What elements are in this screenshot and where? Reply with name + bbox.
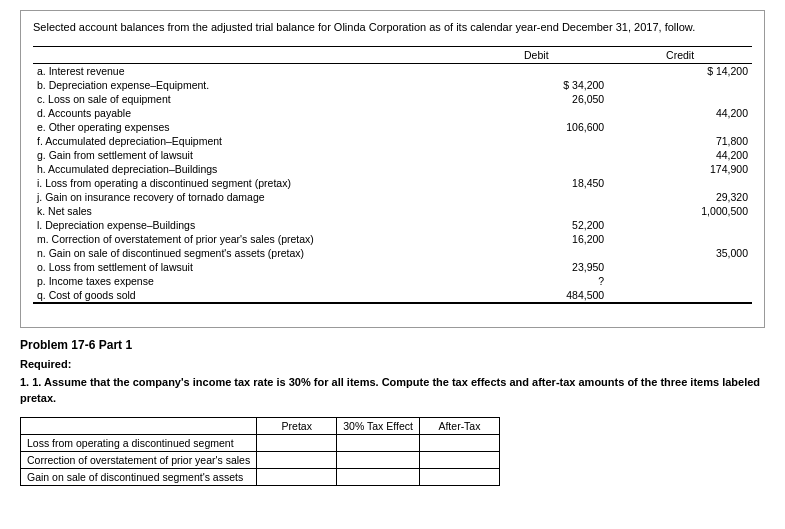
- pretax-table: Pretax 30% Tax Effect After-Tax Loss fro…: [20, 417, 500, 486]
- tax-effect-value[interactable]: [337, 434, 420, 451]
- row-credit: [608, 120, 752, 134]
- row-debit: 52,200: [464, 218, 608, 232]
- tax-effect-value[interactable]: [337, 468, 420, 485]
- row-debit: 484,500: [464, 288, 608, 303]
- row-debit: 16,200: [464, 232, 608, 246]
- pretax-label-header: [21, 417, 257, 434]
- row-debit: [464, 148, 608, 162]
- table-row: p. Income taxes expense?: [33, 274, 752, 288]
- table-row: h. Accumulated depreciation–Buildings174…: [33, 162, 752, 176]
- table-row: c. Loss on sale of equipment26,050: [33, 92, 752, 106]
- table-row: m. Correction of overstatement of prior …: [33, 232, 752, 246]
- label-col-header: [33, 46, 464, 63]
- row-credit: [608, 260, 752, 274]
- row-debit: 26,050: [464, 92, 608, 106]
- row-label: b. Depreciation expense–Equipment.: [33, 78, 464, 92]
- row-credit: 29,320: [608, 190, 752, 204]
- row-debit: [464, 63, 608, 78]
- pretax-row-label: Correction of overstatement of prior yea…: [21, 451, 257, 468]
- table-row: i. Loss from operating a discontinued se…: [33, 176, 752, 190]
- pretax-row-label: Gain on sale of discontinued segment's a…: [21, 468, 257, 485]
- row-debit: 18,450: [464, 176, 608, 190]
- row-credit: [608, 176, 752, 190]
- row-credit: [608, 92, 752, 106]
- row-label: l. Depreciation expense–Buildings: [33, 218, 464, 232]
- row-credit: $ 14,200: [608, 63, 752, 78]
- row-debit: 106,600: [464, 120, 608, 134]
- table-row: g. Gain from settlement of lawsuit44,200: [33, 148, 752, 162]
- row-label: n. Gain on sale of discontinued segment'…: [33, 246, 464, 260]
- table-header-row: Debit Credit: [33, 46, 752, 63]
- after-tax-value[interactable]: [419, 468, 499, 485]
- row-label: i. Loss from operating a discontinued se…: [33, 176, 464, 190]
- row-label: f. Accumulated depreciation–Equipment: [33, 134, 464, 148]
- row-debit: [464, 162, 608, 176]
- row-label: p. Income taxes expense: [33, 274, 464, 288]
- table-row: k. Net sales1,000,500: [33, 204, 752, 218]
- row-credit: [608, 274, 752, 288]
- after-tax-col-header: After-Tax: [419, 417, 499, 434]
- row-label: m. Correction of overstatement of prior …: [33, 232, 464, 246]
- row-label: e. Other operating expenses: [33, 120, 464, 134]
- row-label: q. Cost of goods sold: [33, 288, 464, 303]
- pretax-value[interactable]: [257, 468, 337, 485]
- row-label: g. Gain from settlement of lawsuit: [33, 148, 464, 162]
- row-debit: $ 34,200: [464, 78, 608, 92]
- required-body: 1. Assume that the company's income tax …: [20, 376, 760, 405]
- table-row: j. Gain on insurance recovery of tornado…: [33, 190, 752, 204]
- row-credit: [608, 218, 752, 232]
- pretax-row: Gain on sale of discontinued segment's a…: [21, 468, 500, 485]
- table-row: l. Depreciation expense–Buildings52,200: [33, 218, 752, 232]
- after-tax-value[interactable]: [419, 451, 499, 468]
- table-row: a. Interest revenue$ 14,200: [33, 63, 752, 78]
- row-credit: 44,200: [608, 148, 752, 162]
- credit-col-header: Credit: [608, 46, 752, 63]
- row-label: d. Accounts payable: [33, 106, 464, 120]
- pretax-value[interactable]: [257, 434, 337, 451]
- row-debit: 23,950: [464, 260, 608, 274]
- required-number: 1.: [20, 376, 32, 388]
- tax-effect-col-header: 30% Tax Effect: [337, 417, 420, 434]
- table-row: e. Other operating expenses106,600: [33, 120, 752, 134]
- row-label: j. Gain on insurance recovery of tornado…: [33, 190, 464, 204]
- row-credit: [608, 78, 752, 92]
- row-credit: 44,200: [608, 106, 752, 120]
- pretax-col-header: Pretax: [257, 417, 337, 434]
- row-label: o. Loss from settlement of lawsuit: [33, 260, 464, 274]
- problem-section: Problem 17-6 Part 1 Required: 1. 1. Assu…: [20, 338, 765, 486]
- tax-effect-value[interactable]: [337, 451, 420, 468]
- row-debit: [464, 134, 608, 148]
- table-row: b. Depreciation expense–Equipment.$ 34,2…: [33, 78, 752, 92]
- row-debit: ?: [464, 274, 608, 288]
- table-row: f. Accumulated depreciation–Equipment71,…: [33, 134, 752, 148]
- debit-col-header: Debit: [464, 46, 608, 63]
- row-debit: [464, 190, 608, 204]
- pretax-value[interactable]: [257, 451, 337, 468]
- row-credit: [608, 232, 752, 246]
- row-label: k. Net sales: [33, 204, 464, 218]
- row-credit: 35,000: [608, 246, 752, 260]
- row-label: h. Accumulated depreciation–Buildings: [33, 162, 464, 176]
- required-text: 1. 1. Assume that the company's income t…: [20, 374, 765, 407]
- row-label: c. Loss on sale of equipment: [33, 92, 464, 106]
- row-credit: 1,000,500: [608, 204, 752, 218]
- trial-balance-section: Selected account balances from the adjus…: [20, 10, 765, 328]
- row-credit: [608, 288, 752, 303]
- row-debit: [464, 204, 608, 218]
- trial-balance-table: Debit Credit a. Interest revenue$ 14,200…: [33, 46, 752, 304]
- required-label: Required:: [20, 358, 765, 370]
- row-credit: 71,800: [608, 134, 752, 148]
- pretax-header-row: Pretax 30% Tax Effect After-Tax: [21, 417, 500, 434]
- row-debit: [464, 106, 608, 120]
- intro-paragraph: Selected account balances from the adjus…: [33, 19, 752, 36]
- row-credit: 174,900: [608, 162, 752, 176]
- row-debit: [464, 246, 608, 260]
- pretax-row-label: Loss from operating a discontinued segme…: [21, 434, 257, 451]
- row-label: a. Interest revenue: [33, 63, 464, 78]
- pretax-row: Correction of overstatement of prior yea…: [21, 451, 500, 468]
- after-tax-value[interactable]: [419, 434, 499, 451]
- pretax-row: Loss from operating a discontinued segme…: [21, 434, 500, 451]
- table-row: d. Accounts payable44,200: [33, 106, 752, 120]
- table-row: n. Gain on sale of discontinued segment'…: [33, 246, 752, 260]
- table-row: o. Loss from settlement of lawsuit23,950: [33, 260, 752, 274]
